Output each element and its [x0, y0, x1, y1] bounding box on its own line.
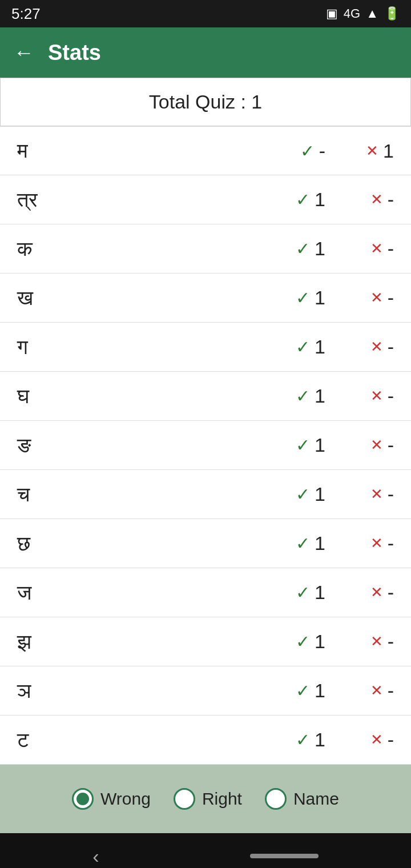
check-icon: ✓	[300, 141, 315, 161]
radio-wrong-circle[interactable]	[72, 788, 94, 810]
table-row: म✓-✕1	[0, 126, 411, 175]
bottom-filter-bar: Wrong Right Name	[0, 765, 411, 833]
cross-cell: ✕-	[325, 630, 394, 653]
filter-wrong-label: Wrong	[100, 789, 151, 809]
check-cell: ✓1	[257, 630, 325, 653]
nav-bar: ‹	[0, 833, 411, 868]
radio-name-circle[interactable]	[265, 788, 287, 810]
check-icon: ✓	[296, 386, 310, 406]
cross-value: -	[388, 287, 394, 309]
char-cell: म	[17, 139, 257, 163]
table-row: झ✓1✕-	[0, 617, 411, 666]
cross-icon: ✕	[370, 731, 383, 749]
cross-value: -	[388, 336, 394, 358]
status-icons: ▣ 4G ▲ 🔋	[326, 6, 400, 21]
nav-back-button[interactable]: ‹	[92, 845, 99, 867]
cross-cell: ✕-	[325, 434, 394, 456]
filter-wrong[interactable]: Wrong	[72, 788, 151, 810]
check-cell: ✓1	[257, 238, 325, 260]
cross-cell: ✕-	[325, 532, 394, 554]
status-bar: 5:27 ▣ 4G ▲ 🔋	[0, 0, 411, 27]
char-cell: छ	[17, 532, 257, 556]
char-cell: च	[17, 483, 257, 507]
cross-icon: ✕	[370, 338, 383, 356]
check-value: 1	[315, 385, 325, 407]
radio-right-circle[interactable]	[174, 788, 195, 810]
cross-icon: ✕	[370, 535, 383, 552]
cross-value: -	[388, 630, 394, 653]
check-value: 1	[315, 434, 325, 456]
app-bar: ← Stats	[0, 27, 411, 78]
char-cell: घ	[17, 384, 257, 408]
check-cell: ✓1	[257, 483, 325, 505]
check-icon: ✓	[296, 730, 310, 750]
signal-bars: ▲	[366, 6, 378, 21]
nav-home-bar[interactable]	[250, 854, 319, 858]
table-row: च✓1✕-	[0, 470, 411, 519]
radio-wrong-inner	[76, 793, 89, 805]
cross-icon: ✕	[370, 289, 383, 307]
check-cell: ✓1	[257, 385, 325, 407]
volte-icon: ▣	[326, 6, 338, 21]
cross-icon: ✕	[366, 142, 378, 160]
cross-icon: ✕	[370, 485, 383, 503]
cross-icon: ✕	[370, 240, 383, 258]
check-value: 1	[315, 238, 325, 260]
cross-cell: ✕-	[325, 680, 394, 702]
table-row: ग✓1✕-	[0, 323, 411, 372]
cross-value: -	[388, 729, 394, 751]
total-quiz-header: Total Quiz : 1	[0, 78, 411, 126]
table-row: छ✓1✕-	[0, 519, 411, 568]
filter-name-label: Name	[293, 789, 339, 809]
table-row: ट✓1✕-	[0, 716, 411, 765]
check-value: 1	[315, 581, 325, 604]
check-icon: ✓	[296, 533, 310, 553]
check-cell: ✓1	[257, 729, 325, 751]
stats-table: म✓-✕1त्र✓1✕-क✓1✕-ख✓1✕-ग✓1✕-घ✓1✕-ङ✓1✕-च✓1…	[0, 126, 411, 765]
check-cell: ✓1	[257, 434, 325, 456]
cross-cell: ✕-	[325, 287, 394, 309]
cross-value: -	[388, 385, 394, 407]
cross-value: -	[388, 483, 394, 505]
cross-icon: ✕	[370, 191, 383, 208]
back-button[interactable]: ←	[14, 41, 34, 65]
signal-4g: 4G	[344, 6, 360, 21]
char-cell: त्र	[17, 188, 257, 212]
table-row: घ✓1✕-	[0, 372, 411, 421]
char-cell: क	[17, 237, 257, 261]
check-icon: ✓	[296, 288, 310, 308]
check-value: 1	[315, 532, 325, 554]
char-cell: ग	[17, 335, 257, 359]
check-value: 1	[315, 188, 325, 211]
cross-icon: ✕	[370, 387, 383, 405]
check-value: 1	[315, 680, 325, 702]
filter-name[interactable]: Name	[265, 788, 339, 810]
cross-cell: ✕-	[325, 483, 394, 505]
check-cell: ✓1	[257, 188, 325, 211]
cross-icon: ✕	[370, 436, 383, 454]
table-row: त्र✓1✕-	[0, 175, 411, 224]
check-value: 1	[315, 483, 325, 505]
table-row: ज✓1✕-	[0, 568, 411, 617]
char-cell: ञ	[17, 679, 257, 703]
page-title: Stats	[48, 41, 101, 65]
table-row: ख✓1✕-	[0, 274, 411, 323]
filter-right[interactable]: Right	[174, 788, 242, 810]
cross-icon: ✕	[370, 682, 383, 700]
cross-value: -	[388, 238, 394, 260]
check-value: 1	[315, 336, 325, 358]
cross-icon: ✕	[370, 584, 383, 601]
check-cell: ✓1	[257, 336, 325, 358]
filter-right-label: Right	[202, 789, 242, 809]
table-row: क✓1✕-	[0, 224, 411, 274]
cross-cell: ✕-	[325, 188, 394, 211]
cross-cell: ✕-	[325, 581, 394, 604]
char-cell: झ	[17, 630, 257, 654]
char-cell: ट	[17, 728, 257, 752]
check-value: 1	[315, 630, 325, 653]
check-icon: ✓	[296, 582, 310, 602]
check-cell: ✓1	[257, 532, 325, 554]
table-row: ङ✓1✕-	[0, 421, 411, 470]
time-display: 5:27	[11, 5, 41, 23]
cross-cell: ✕-	[325, 729, 394, 751]
